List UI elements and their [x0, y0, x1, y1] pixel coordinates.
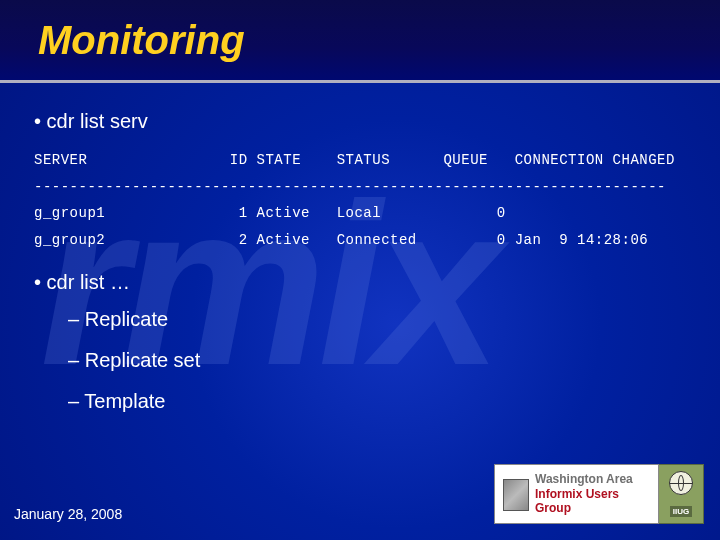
logo-waiug: Washington Area Informix Users Group — [494, 464, 659, 524]
bullet-cdr-list-more: cdr list … — [34, 271, 700, 294]
sub-item-template: Template — [68, 390, 700, 413]
table-row: g_group2 2 Active Connected 0 Jan 9 14:2… — [34, 232, 648, 248]
sub-item-text: Replicate set — [85, 349, 201, 371]
header-underline — [0, 80, 720, 83]
footer-date: January 28, 2008 — [14, 506, 122, 522]
logo-iiug: IIUG — [659, 464, 704, 524]
sub-item-text: Template — [84, 390, 165, 412]
logo-text: Washington Area Informix Users Group — [535, 472, 658, 515]
sub-item-replicate: Replicate — [68, 308, 700, 331]
slide: rmix Monitoring cdr list serv SERVER ID … — [0, 0, 720, 540]
bullet-cdr-list-serv: cdr list serv — [34, 110, 700, 133]
sub-item-text: Replicate — [85, 308, 168, 330]
footer-logo: Washington Area Informix Users Group IIU… — [494, 464, 704, 524]
table-row: g_group1 1 Active Local 0 — [34, 205, 506, 221]
bullet-text: cdr list … — [47, 271, 130, 293]
globe-icon — [669, 471, 693, 495]
server-table: SERVER ID STATE STATUS QUEUE CONNECTION … — [34, 147, 700, 253]
bullet-text: cdr list serv — [47, 110, 148, 132]
content-area: cdr list serv SERVER ID STATE STATUS QUE… — [34, 110, 700, 431]
sub-item-replicate-set: Replicate set — [68, 349, 700, 372]
logo-line1: Washington Area — [535, 472, 658, 486]
logo-line2: Informix Users Group — [535, 487, 658, 516]
table-header: SERVER ID STATE STATUS QUEUE CONNECTION … — [34, 152, 675, 168]
sub-list: Replicate Replicate set Template — [68, 308, 700, 413]
slide-title: Monitoring — [38, 18, 245, 63]
iiug-label: IIUG — [670, 506, 692, 517]
monument-icon — [503, 479, 529, 511]
table-divider: ----------------------------------------… — [34, 179, 666, 195]
